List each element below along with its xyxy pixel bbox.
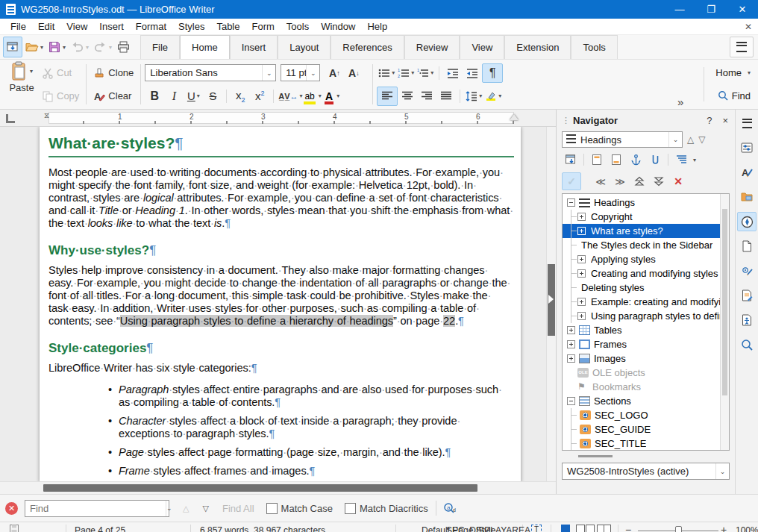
expand-icon[interactable]: [567, 326, 575, 334]
decks-dropdown[interactable]: Home▾: [715, 67, 751, 78]
expand-icon[interactable]: [577, 227, 586, 235]
expand-icon[interactable]: [567, 340, 575, 348]
menu-table[interactable]: Table: [210, 19, 245, 34]
anchor-text-icon[interactable]: [627, 151, 645, 168]
expand-icon[interactable]: [577, 312, 586, 320]
tree-item-sec-logo[interactable]: SEC_LOGO: [563, 408, 720, 422]
expand-icon[interactable]: [567, 354, 575, 363]
line-spacing-icon[interactable]: ▾: [464, 87, 483, 105]
tree-item-headings[interactable]: Headings: [563, 195, 720, 210]
menu-help[interactable]: Help: [361, 19, 393, 34]
tree-item-using-paragraph-styles-to-define-a-hierarchy[interactable]: Using paragraph styles to define a hiera…: [563, 309, 720, 323]
font-color-icon[interactable]: A▾: [323, 87, 342, 105]
tab-tools[interactable]: Tools: [571, 35, 617, 59]
demote-level-icon[interactable]: ≫: [611, 173, 629, 190]
tree-item-images[interactable]: Images: [563, 351, 720, 366]
expand-icon[interactable]: [577, 298, 586, 306]
word-count-status[interactable]: 6,857 words, 38,967 characters: [200, 525, 325, 532]
zoom-level-status[interactable]: 100%: [736, 525, 758, 532]
zoom-in-icon[interactable]: +: [721, 524, 727, 532]
toolbar-overflow-icon[interactable]: »: [677, 96, 683, 108]
find-next-icon[interactable]: ▽: [202, 504, 208, 513]
formatting-marks-icon[interactable]: ¶: [482, 63, 503, 83]
tab-layout[interactable]: Layout: [278, 35, 331, 59]
tree-item-example-creating-and-modifying-styles[interactable]: Example: creating and modifying styles: [563, 295, 720, 309]
navigator-icon[interactable]: [737, 212, 757, 231]
increase-indent-icon[interactable]: [443, 64, 463, 82]
redo-icon[interactable]: ▾: [91, 37, 114, 57]
footer-icon[interactable]: [607, 151, 625, 168]
menu-insert[interactable]: Insert: [93, 19, 130, 34]
match-diacritics-checkbox[interactable]: [345, 503, 356, 514]
horizontal-scrollbar[interactable]: [0, 481, 556, 494]
menu-view[interactable]: View: [60, 19, 93, 34]
sidebar-show-arrow-icon[interactable]: [548, 295, 554, 304]
menu-styles[interactable]: Styles: [172, 19, 210, 34]
subscript-button[interactable]: x2: [231, 87, 250, 105]
page-icon[interactable]: [737, 237, 757, 256]
next-heading-icon[interactable]: ▽: [698, 134, 705, 145]
tree-scrollbar[interactable]: [720, 194, 729, 450]
copy-button[interactable]: Copy: [39, 89, 82, 104]
italic-button[interactable]: I: [164, 87, 184, 105]
gallery-icon[interactable]: [737, 187, 757, 207]
move-heading-down-icon[interactable]: [650, 173, 668, 190]
collapse-icon[interactable]: [567, 198, 575, 207]
tree-item-frames[interactable]: Frames: [563, 337, 720, 351]
zoom-out-icon[interactable]: −: [625, 524, 631, 532]
single-page-view-icon[interactable]: [561, 525, 570, 532]
tab-insert[interactable]: Insert: [230, 35, 278, 59]
font-name-combobox[interactable]: Liberation Sans⌄: [145, 64, 276, 81]
paste-button[interactable]: ▾ Paste: [4, 61, 39, 107]
tree-item-what-are-styles-[interactable]: What are styles?: [563, 224, 720, 238]
restore-button[interactable]: ❐: [695, 0, 727, 19]
menu-edit[interactable]: Edit: [32, 19, 60, 34]
selection-mode-icon[interactable]: T: [531, 524, 542, 532]
menu-file[interactable]: File: [4, 19, 32, 34]
manage-changes-icon[interactable]: [737, 286, 757, 305]
collapse-icon[interactable]: [567, 397, 575, 405]
menubar-hamburger-icon[interactable]: [730, 37, 754, 57]
paragraph-background-icon[interactable]: ▾: [483, 87, 503, 105]
save-icon[interactable]: ▾: [46, 37, 68, 57]
menu-format[interactable]: Format: [130, 19, 172, 34]
close-find-bar-icon[interactable]: ✕: [5, 502, 18, 515]
horizontal-scrollbar-thumb[interactable]: [43, 484, 477, 492]
expand-icon[interactable]: [577, 255, 586, 263]
close-button[interactable]: ✕: [727, 0, 758, 19]
content-view-toggle-icon[interactable]: ✓: [562, 172, 581, 190]
zoom-slider-thumb[interactable]: [675, 526, 682, 532]
sidebar-menu-icon[interactable]: [737, 113, 757, 133]
menu-form[interactable]: Form: [245, 19, 280, 34]
tree-item-tables[interactable]: Tables: [563, 323, 720, 337]
tree-item-deleting-styles[interactable]: Deleting styles: [563, 281, 720, 295]
find-input[interactable]: ⌄: [25, 500, 169, 517]
menu-tools[interactable]: Tools: [281, 19, 315, 34]
unordered-list-icon[interactable]: ▾: [377, 64, 396, 82]
find-and-replace-icon[interactable]: ad: [442, 501, 457, 515]
tree-item-sec-guide[interactable]: SEC_GUIDE: [563, 422, 720, 436]
navigate-by-combobox[interactable]: Headings⌄: [562, 131, 683, 148]
set-reminder-icon[interactable]: [646, 151, 664, 168]
move-heading-up-icon[interactable]: [630, 173, 648, 190]
decrease-indent-icon[interactable]: [463, 64, 482, 82]
tree-item-copyright[interactable]: Copyright: [563, 210, 720, 224]
tab-home[interactable]: Home: [180, 35, 230, 59]
find-previous-icon[interactable]: △: [183, 504, 189, 513]
page-count-status[interactable]: Page 4 of 25: [75, 525, 125, 532]
print-icon[interactable]: [114, 37, 133, 57]
promote-level-icon[interactable]: ≪: [592, 173, 610, 190]
tree-horizontal-scrollbar[interactable]: [562, 453, 730, 460]
style-inspector-icon[interactable]: [737, 261, 757, 281]
tree-item-applying-styles[interactable]: Applying styles: [563, 252, 720, 266]
bold-button[interactable]: B: [145, 87, 164, 105]
clone-formatting-button[interactable]: Clone: [90, 66, 137, 81]
properties-icon[interactable]: [737, 138, 757, 157]
underline-button[interactable]: U▾: [184, 87, 203, 105]
tab-extension[interactable]: Extension: [504, 35, 571, 59]
find-text-field[interactable]: [25, 503, 166, 514]
ordered-list-icon[interactable]: 12▾: [396, 64, 416, 82]
minimize-button[interactable]: —: [664, 0, 695, 19]
heading-levels-icon[interactable]: [672, 151, 690, 168]
align-left-icon[interactable]: [377, 87, 398, 106]
